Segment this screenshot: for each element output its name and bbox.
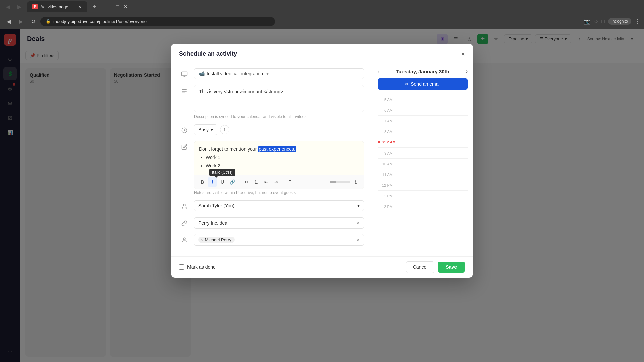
star-icon[interactable]: ☆: [594, 18, 598, 25]
status-label: Busy: [198, 127, 209, 132]
new-tab-btn[interactable]: +: [90, 2, 99, 12]
person-tag: × Michael Perry: [198, 237, 235, 243]
status-row: Busy ▾ ℹ: [179, 124, 364, 136]
mark-done-checkbox[interactable]: [179, 264, 184, 270]
description-textarea[interactable]: This is very <strong>important.</strong>: [194, 85, 364, 112]
browser-tab[interactable]: P Activities page ✕: [27, 1, 87, 12]
status-info-btn[interactable]: ℹ: [220, 125, 229, 134]
mark-as-done-label[interactable]: Mark as done: [179, 264, 216, 270]
maximize-btn[interactable]: □: [115, 4, 120, 9]
toolbar-strikethrough-btn[interactable]: T: [285, 177, 295, 187]
bullet-icon: ••: [245, 179, 248, 185]
minimize-btn[interactable]: ─: [107, 4, 112, 9]
schedule-activity-modal: Schedule an activity × 📹 Ins: [171, 44, 473, 278]
current-time-label: 8:12 AM: [378, 140, 396, 144]
activity-type-label: Install video call integration: [207, 71, 263, 76]
linked-deal-label: Perry Inc. deal: [198, 220, 228, 226]
address-bar[interactable]: 🔒 moodjoy.pipedrive.com/pipeline/1/user/…: [40, 17, 275, 26]
extension-icon: □: [602, 18, 605, 24]
current-time-dot: [378, 141, 380, 143]
time-11am: 11 AM: [378, 173, 393, 177]
status-field: Busy ▾ ℹ: [194, 124, 364, 135]
modal-close-btn[interactable]: ×: [461, 51, 465, 57]
tab-title: Activities page: [40, 4, 68, 9]
toolbar-underline-btn[interactable]: U: [218, 177, 227, 187]
notes-list-item-1: Work 1: [206, 154, 359, 161]
toolbar-outdent-btn[interactable]: ⇤: [262, 177, 271, 187]
linked-person-field: × Michael Perry ×: [194, 234, 364, 246]
timeslot-1pm: 1 PM: [378, 190, 468, 201]
notes-editor: Don't forget to mention your past experi…: [194, 141, 364, 189]
browser-controls: ◀ ▶ ↻ 🔒 moodjoy.pipedrive.com/pipeline/1…: [0, 13, 644, 29]
description-row: This is very <strong>important.</strong>…: [179, 85, 364, 119]
assignee-row: Sarah Tyler (You) ▾: [179, 200, 364, 212]
calendar-header: ‹ Tuesday, January 30th ›: [378, 68, 468, 74]
time-9am: 9 AM: [378, 151, 393, 155]
timeslot-7am: 7 AM: [378, 115, 468, 126]
incognito-badge: Incognito: [608, 18, 631, 25]
browser-actions: 📷 ☆ □ Incognito ⋮: [584, 18, 640, 25]
notes-toolbar: Italic (Ctrl I) B I U: [194, 175, 364, 189]
timeslot-9am: 9 AM: [378, 147, 468, 158]
linked-person-selector[interactable]: × Michael Perry ×: [194, 234, 364, 246]
modal-body: 📹 Install video call integration ▾: [171, 63, 473, 256]
time-slots: 5 AM 6 AM 7 AM 8 AM: [378, 94, 468, 212]
toolbar-indent-btn[interactable]: ⇥: [272, 177, 281, 187]
toolbar-separator-2: [283, 179, 283, 185]
activity-type-field: 📹 Install video call integration ▾: [194, 68, 364, 79]
description-note: Description is synced to your calendar a…: [194, 114, 364, 119]
status-selector[interactable]: Busy ▾: [194, 124, 217, 135]
calendar-next-btn[interactable]: ›: [466, 68, 468, 74]
back-icon[interactable]: ◀: [4, 17, 13, 26]
window-controls: ─ □ ✕: [107, 4, 128, 9]
calendar-prev-btn[interactable]: ‹: [378, 68, 379, 74]
notes-highlighted: past experiences.: [258, 146, 296, 152]
activity-type-row: 📹 Install video call integration ▾: [179, 68, 364, 80]
linked-deal-row: Perry Inc. deal ×: [179, 217, 364, 229]
send-email-label: Send an email: [411, 81, 441, 87]
save-btn[interactable]: Save: [438, 262, 465, 273]
tab-close-btn[interactable]: ✕: [78, 4, 82, 9]
toolbar-info-btn[interactable]: ℹ: [351, 177, 360, 187]
forward-btn: ▶: [15, 2, 24, 11]
current-time-line: [398, 142, 468, 142]
reload-btn[interactable]: ↻: [28, 17, 38, 26]
timeslot-2pm: 2 PM: [378, 201, 468, 212]
assignee-field: Sarah Tyler (You) ▾: [194, 200, 364, 211]
svg-point-8: [183, 238, 185, 240]
toolbar-numbered-btn[interactable]: 1.: [252, 177, 261, 187]
current-time-text: 8:12 AM: [382, 140, 396, 144]
time-1pm: 1 PM: [378, 194, 393, 198]
close-btn[interactable]: ✕: [123, 4, 128, 9]
italic-icon: I: [212, 179, 213, 185]
person-remove-icon[interactable]: ×: [200, 237, 203, 242]
clear-deal-btn[interactable]: ×: [357, 220, 360, 226]
toolbar-link-btn[interactable]: 🔗: [228, 177, 237, 187]
cancel-btn[interactable]: Cancel: [406, 261, 435, 273]
activity-type-selector[interactable]: 📹 Install video call integration ▾: [194, 68, 364, 79]
status-icon: [179, 125, 190, 136]
send-email-btn[interactable]: ✉ Send an email: [378, 78, 468, 90]
timeslot-11am: 11 AM: [378, 169, 468, 180]
linked-deal-selector[interactable]: Perry Inc. deal ×: [194, 217, 364, 229]
numbered-icon: 1.: [254, 179, 258, 185]
modal-footer: Mark as done Cancel Save: [171, 256, 473, 278]
notes-line1: Don't forget to mention your past experi…: [199, 145, 359, 153]
outdent-icon: ⇤: [264, 179, 268, 185]
notes-icon: [179, 142, 190, 153]
clear-person-btn[interactable]: ×: [357, 237, 360, 243]
notes-list-item-2: Work 2: [206, 162, 359, 169]
timeslot-5am: 5 AM: [378, 94, 468, 105]
notes-row: Don't forget to mention your past experi…: [179, 141, 364, 195]
assignee-icon: [179, 201, 190, 212]
indent-icon: ⇥: [274, 179, 278, 185]
toolbar-bold-btn[interactable]: B: [198, 177, 207, 187]
timeslot-10am: 10 AM: [378, 158, 468, 169]
url-text: moodjoy.pipedrive.com/pipeline/1/user/ev…: [53, 19, 147, 24]
assignee-selector[interactable]: Sarah Tyler (You) ▾: [194, 200, 364, 211]
toolbar-bullet-btn[interactable]: ••: [241, 177, 251, 187]
email-icon: ✉: [405, 81, 409, 87]
tab-favicon: P: [32, 4, 38, 9]
strikethrough-icon: T: [289, 179, 292, 185]
menu-icon[interactable]: ⋮: [635, 18, 640, 25]
